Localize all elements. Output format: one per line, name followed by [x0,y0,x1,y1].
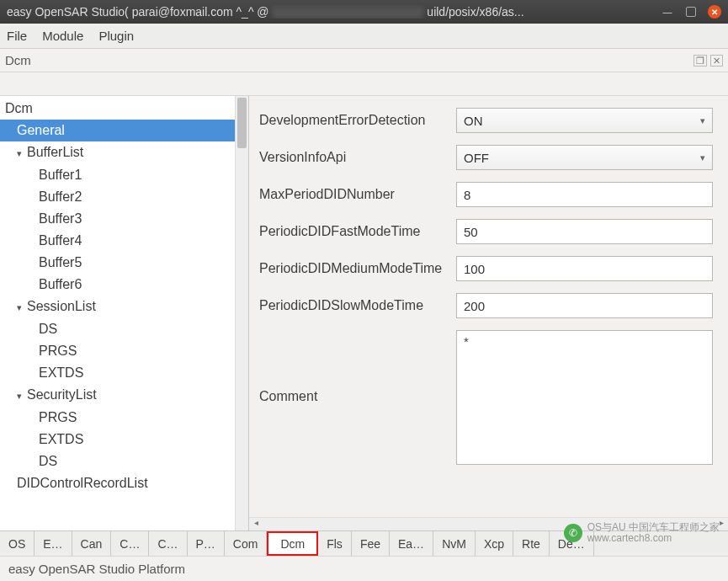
tree-item-label: SecurityList [27,387,97,402]
field-label: PeriodicDIDSlowModeTime [259,298,456,313]
tree-pane: DcmGeneral▾BufferListBuffer1Buffer2Buffe… [0,96,249,530]
tree-item-label: Buffer3 [39,211,82,226]
field-label: PeriodicDIDMediumModeTime [259,261,456,276]
chevron-down-icon: ▾ [700,115,705,126]
dock-header: Dcm ❐ ✕ [0,49,728,72]
property-pane: DevelopmentErrorDetectionON▾VersionInfoA… [249,96,728,530]
toolbar-area [0,72,728,96]
tree-item-label: PRGS [39,410,77,424]
config-tree[interactable]: DcmGeneral▾BufferListBuffer1Buffer2Buffe… [0,96,248,496]
tree-root[interactable]: Dcm [0,98,248,120]
tree-item[interactable]: DIDControlRecordList [0,472,248,494]
expand-icon[interactable]: ▾ [17,142,27,164]
tree-item[interactable]: ▾SecurityList [0,384,248,407]
tree-item[interactable]: ▾SessionList [0,296,248,318]
tab-fls[interactable]: Fls [318,531,352,556]
tab-ea[interactable]: Ea… [390,531,433,556]
tab-os[interactable]: OS [0,531,35,556]
tree-item[interactable]: Buffer2 [0,186,248,208]
tree-item[interactable]: PRGS [0,340,248,362]
field-label: Comment [259,330,456,404]
field-label: PeriodicDIDFastModeTime [259,224,456,239]
tree-item[interactable]: Buffer3 [0,208,248,230]
window-title: easy OpenSAR Studio( parai@foxmail.com ^… [7,5,661,19]
menu-file[interactable]: File [7,29,27,43]
tab-dcm[interactable]: Dcm [267,531,318,556]
input-maxperioddidnumber[interactable]: 8 [456,182,713,207]
tree-item-label: Buffer1 [39,168,82,182]
maximize-button[interactable] [686,7,696,17]
tree-item-label: DS [39,322,57,336]
field-label: DevelopmentErrorDetection [259,113,456,128]
tab-fee[interactable]: Fee [352,531,390,556]
input-periodicdidslowmodetime[interactable]: 200 [456,293,713,318]
tree-item-label: DIDControlRecordList [17,476,148,490]
tree-item-label: DS [39,454,57,468]
input-periodicdidfastmodetime[interactable]: 50 [456,219,713,244]
tree-item-label: Buffer6 [39,277,82,291]
tree-item-label: Buffer2 [39,189,82,204]
tree-item[interactable]: EXTDS [0,429,248,450]
input-periodicdidmediummodetime[interactable]: 100 [456,256,713,281]
window-titlebar: easy OpenSAR Studio( parai@foxmail.com ^… [0,0,728,24]
tree-item[interactable]: DS [0,318,248,340]
tree-item[interactable]: General [0,120,248,141]
tree-item-label: BufferList [27,145,83,159]
status-text: easy OpenSAR Studio Platform [8,562,185,576]
dock-title: Dcm [5,53,31,67]
watermark: ✆ OS与AU 中国汽车工程师之家 www.cartech8.com [564,522,720,544]
combo-developmenterrordetection[interactable]: ON▾ [456,108,713,133]
menu-plugin[interactable]: Plugin [98,29,134,43]
status-bar: easy OpenSAR Studio Platform [0,556,728,581]
menu-module[interactable]: Module [42,29,83,43]
tab-com[interactable]: Com [225,531,268,556]
tree-item[interactable]: DS [0,450,248,472]
tree-item-label: EXTDS [39,365,83,380]
tab-c[interactable]: C… [149,531,187,556]
tree-item-label: EXTDS [39,432,83,446]
combo-versioninfoapi[interactable]: OFF▾ [456,145,713,170]
wechat-icon: ✆ [564,524,582,542]
tree-item-label: Buffer5 [39,255,82,269]
tree-item-label: Buffer4 [39,233,82,248]
expand-icon[interactable]: ▾ [17,296,27,318]
tree-item[interactable]: PRGS [0,407,248,429]
dock-restore-icon[interactable]: ❐ [693,55,707,67]
tree-item-label: General [17,123,65,137]
field-label: VersionInfoApi [259,150,456,165]
tree-item[interactable]: Buffer1 [0,164,248,186]
tree-item[interactable]: Buffer4 [0,230,248,252]
tab-c[interactable]: C… [111,531,149,556]
tree-item[interactable]: ▾BufferList [0,141,248,164]
tab-p[interactable]: P… [188,531,225,556]
close-button[interactable] [708,5,721,19]
tree-item-label: SessionList [27,299,96,313]
minimize-button[interactable] [661,5,674,19]
tab-nvm[interactable]: NvM [433,531,476,556]
chevron-down-icon: ▾ [700,152,705,163]
vertical-scrollbar[interactable] [235,96,248,530]
tree-item[interactable]: Buffer6 [0,274,248,296]
tab-rte[interactable]: Rte [513,531,550,556]
tree-item[interactable]: EXTDS [0,362,248,384]
scroll-left-icon[interactable]: ◂ [249,518,263,530]
tree-item[interactable]: Buffer5 [0,252,248,274]
tab-can[interactable]: Can [72,531,112,556]
dock-close-icon[interactable]: ✕ [710,55,723,67]
field-label: MaxPeriodDIDNumber [259,187,456,202]
comment-textarea[interactable]: * [456,330,713,465]
expand-icon[interactable]: ▾ [17,385,27,407]
tab-e[interactable]: E… [35,531,72,556]
tree-item-label: PRGS [39,344,77,358]
tab-xcp[interactable]: Xcp [476,531,513,556]
menu-bar: File Module Plugin [0,24,728,49]
